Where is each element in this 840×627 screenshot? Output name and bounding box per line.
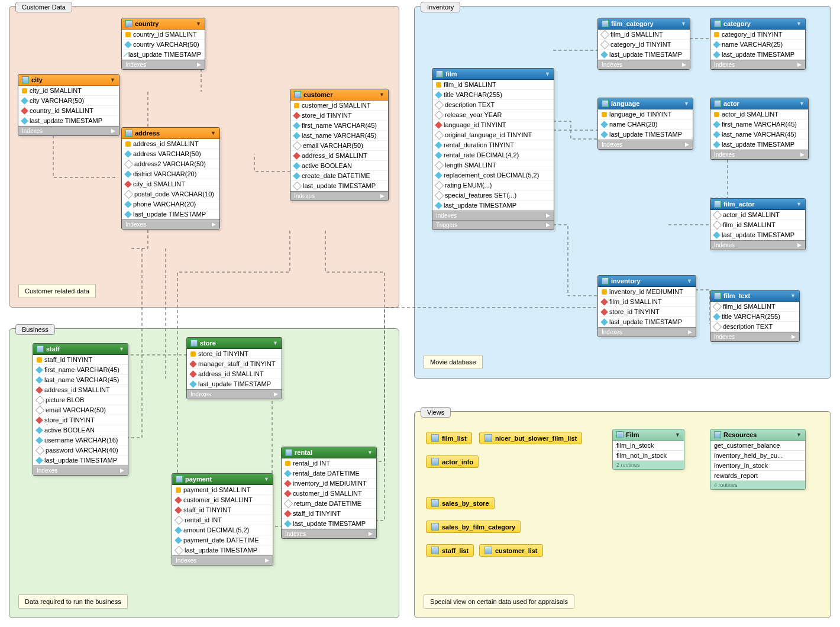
section-row-indexes[interactable]: Indexes▶ [187, 389, 282, 399]
column-row[interactable]: last_update TIMESTAMP [710, 230, 805, 240]
column-row[interactable]: last_update TIMESTAMP [122, 209, 219, 219]
table-header-language[interactable]: language▼ [598, 98, 693, 109]
column-row[interactable]: last_update TIMESTAMP [187, 379, 282, 389]
table-header-payment[interactable]: payment▼ [172, 474, 273, 485]
column-row[interactable]: last_update TIMESTAMP [172, 545, 273, 555]
column-row[interactable]: email VARCHAR(50) [290, 141, 388, 151]
view-actor-info[interactable]: actor_info [426, 455, 479, 468]
table-city[interactable]: city▼city_id SMALLINTcity VARCHAR(50)cou… [18, 74, 119, 136]
column-row[interactable]: rental_duration TINYINT [432, 140, 554, 150]
column-row[interactable]: description TEXT [710, 322, 799, 332]
column-row[interactable]: district VARCHAR(20) [122, 169, 219, 179]
table-film_text[interactable]: film_text▼film_id SMALLINTtitle VARCHAR(… [710, 290, 800, 342]
routine-item[interactable]: film_in_stock [613, 441, 684, 451]
section-row-indexes[interactable]: Indexes▶ [290, 191, 388, 201]
column-row[interactable]: rental_id INT [282, 458, 376, 468]
column-row[interactable]: rental_rate DECIMAL(4,2) [432, 150, 554, 160]
column-row[interactable]: description TEXT [432, 100, 554, 110]
column-row[interactable]: first_name VARCHAR(45) [290, 121, 388, 131]
table-film_category[interactable]: film_category▼film_id SMALLINTcategory_i… [597, 18, 690, 70]
section-row-indexes[interactable]: Indexes▶ [598, 327, 696, 337]
table-header-category[interactable]: category▼ [710, 18, 805, 30]
column-row[interactable]: country_id SMALLINT [122, 30, 205, 40]
section-row-indexes[interactable]: Indexes▶ [598, 60, 690, 69]
column-row[interactable]: film_id SMALLINT [432, 80, 554, 90]
column-row[interactable]: first_name VARCHAR(45) [710, 119, 808, 130]
column-row[interactable]: release_year YEAR [432, 110, 554, 120]
section-row-indexes[interactable]: Indexes▶ [710, 60, 805, 69]
column-row[interactable]: last_update TIMESTAMP [33, 455, 128, 466]
column-row[interactable]: active BOOLEAN [290, 161, 388, 171]
routine-box-resources-header[interactable]: Resources ▼ [710, 429, 805, 441]
column-row[interactable]: phone VARCHAR(20) [122, 199, 219, 209]
column-row[interactable]: username VARCHAR(16) [33, 435, 128, 445]
table-header-country[interactable]: country▼ [122, 18, 205, 30]
routine-item[interactable]: inventory_in_stock [710, 461, 805, 471]
table-rental[interactable]: rental▼rental_id INTrental_date DATETIME… [281, 447, 377, 539]
column-row[interactable]: last_update TIMESTAMP [598, 50, 690, 60]
column-row[interactable]: address2 VARCHAR(50) [122, 159, 219, 169]
routine-box-film[interactable]: Film ▼ film_in_stock film_not_in_stock 2… [612, 429, 684, 470]
column-row[interactable]: category_id TINYINT [598, 40, 690, 50]
column-row[interactable]: address_id SMALLINT [122, 139, 219, 149]
section-row-indexes[interactable]: Indexes▶ [172, 555, 273, 565]
column-row[interactable]: customer_id SMALLINT [290, 101, 388, 111]
table-header-inventory[interactable]: inventory▼ [598, 276, 696, 287]
column-row[interactable]: last_name VARCHAR(45) [33, 375, 128, 385]
column-row[interactable]: last_update TIMESTAMP [282, 519, 376, 529]
table-header-staff[interactable]: staff▼ [33, 344, 128, 355]
column-row[interactable]: last_name VARCHAR(45) [290, 131, 388, 141]
column-row[interactable]: return_date DATETIME [282, 499, 376, 509]
table-header-store[interactable]: store▼ [187, 338, 282, 349]
column-row[interactable]: store_id TINYINT [187, 349, 282, 359]
column-row[interactable]: film_id SMALLINT [710, 220, 805, 230]
column-row[interactable]: rental_id INT [172, 515, 273, 525]
section-row-indexes[interactable]: Indexes▶ [710, 240, 805, 250]
table-staff[interactable]: staff▼staff_id TINYINTfirst_name VARCHAR… [33, 343, 128, 476]
table-header-rental[interactable]: rental▼ [282, 447, 376, 458]
view-film-list[interactable]: film_list [426, 432, 472, 444]
column-row[interactable]: staff_id TINYINT [172, 505, 273, 515]
column-row[interactable]: name CHAR(20) [598, 119, 693, 130]
table-address[interactable]: address▼address_id SMALLINTaddress VARCH… [121, 127, 220, 230]
column-row[interactable]: customer_id SMALLINT [282, 489, 376, 499]
column-row[interactable]: picture BLOB [33, 395, 128, 405]
table-payment[interactable]: payment▼payment_id SMALLINTcustomer_id S… [172, 473, 273, 565]
column-row[interactable]: last_update TIMESTAMP [598, 317, 696, 327]
section-row-indexes[interactable]: Indexes▶ [18, 126, 119, 135]
table-country[interactable]: country▼country_id SMALLINTcountry VARCH… [121, 18, 205, 70]
column-row[interactable]: original_language_id TINYINT [432, 130, 554, 140]
column-row[interactable]: inventory_id MEDIUMINT [598, 287, 696, 297]
column-row[interactable]: language_id TINYINT [598, 109, 693, 119]
column-row[interactable]: language_id TINYINT [432, 120, 554, 130]
column-row[interactable]: last_name VARCHAR(45) [710, 130, 808, 140]
column-row[interactable]: email VARCHAR(50) [33, 405, 128, 415]
view-sales-by-film-category[interactable]: sales_by_film_category [426, 521, 521, 533]
routine-item[interactable]: inventory_held_by_cu... [710, 451, 805, 461]
column-row[interactable]: last_update TIMESTAMP [598, 130, 693, 140]
column-row[interactable]: rental_date DATETIME [282, 468, 376, 479]
view-customer-list[interactable]: customer_list [479, 544, 543, 557]
table-header-film_actor[interactable]: film_actor▼ [710, 199, 805, 210]
column-row[interactable]: staff_id TINYINT [33, 355, 128, 365]
table-header-city[interactable]: city▼ [18, 75, 119, 86]
column-row[interactable]: length SMALLINT [432, 160, 554, 170]
table-header-address[interactable]: address▼ [122, 128, 219, 139]
column-row[interactable]: last_update TIMESTAMP [122, 50, 205, 60]
column-row[interactable]: film_id SMALLINT [598, 30, 690, 40]
column-row[interactable]: last_update TIMESTAMP [18, 116, 119, 126]
column-row[interactable]: city VARCHAR(50) [18, 96, 119, 106]
column-row[interactable]: first_name VARCHAR(45) [33, 365, 128, 375]
column-row[interactable]: last_update TIMESTAMP [290, 181, 388, 191]
column-row[interactable]: payment_id SMALLINT [172, 485, 273, 495]
column-row[interactable]: store_id TINYINT [33, 415, 128, 425]
routine-item[interactable]: film_not_in_stock [613, 451, 684, 461]
column-row[interactable]: city_id SMALLINT [18, 86, 119, 96]
column-row[interactable]: actor_id SMALLINT [710, 109, 808, 119]
section-row-indexes[interactable]: Indexes▶ [432, 211, 554, 220]
column-row[interactable]: last_update TIMESTAMP [710, 140, 808, 150]
column-row[interactable]: manager_staff_id TINYINT [187, 359, 282, 369]
table-category[interactable]: category▼category_id TINYINTname VARCHAR… [710, 18, 806, 70]
table-film_actor[interactable]: film_actor▼actor_id SMALLINTfilm_id SMAL… [710, 198, 806, 250]
routine-box-film-header[interactable]: Film ▼ [613, 429, 684, 441]
